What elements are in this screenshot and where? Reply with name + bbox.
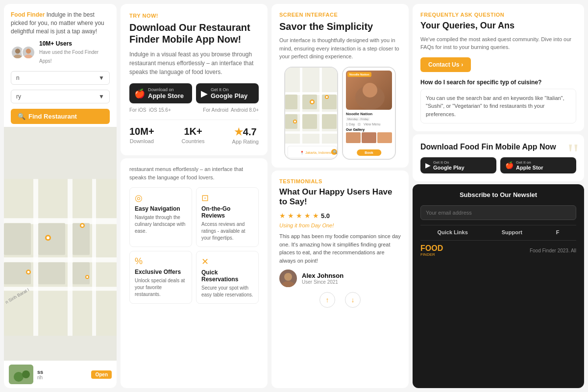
testimonial-nav: ↑ ↓ <box>279 292 401 308</box>
store-buttons: 🍎 Download on Apple Store ▶ Get It On Go… <box>129 83 259 103</box>
email-input[interactable] <box>420 205 576 220</box>
logo-text: FOOD <box>420 245 443 252</box>
faq-title: Your Queries, Our Ans <box>420 21 576 31</box>
svg-point-46 <box>294 121 296 122</box>
faq-question: How do I search for specific typ of cuis… <box>420 79 576 86</box>
screen-title: Savor the Simplicity <box>279 21 401 32</box>
faq-answer: You can use the search bar and en keywor… <box>420 89 576 124</box>
phone-mockup-map: 📍 Jakarta, Indonesia 🔍 <box>284 67 338 160</box>
download-title: Download Our Restaurant Finder Mobile Ap… <box>129 22 259 45</box>
google-play-button-bottom[interactable]: ▶ Get It On Google Play <box>420 157 496 173</box>
users-label: Have used the Food Finder Apps! <box>39 49 98 64</box>
stat-download: 10M+ Download <box>129 126 154 145</box>
map-card: ss rih Open <box>4 361 117 388</box>
faq-card: FREQUENTLY ASK QUESTION Your Queries, Ou… <box>413 4 584 131</box>
svg-point-44 <box>326 96 328 98</box>
next-testimonial-button[interactable]: ↓ <box>345 292 361 308</box>
star-icon: ★ <box>304 212 311 220</box>
faq-tag: FREQUENTLY ASK QUESTION <box>420 12 576 18</box>
svg-rect-37 <box>302 114 317 129</box>
svg-rect-31 <box>285 112 338 114</box>
svg-rect-36 <box>322 95 337 109</box>
footer-links: Quick Links Support F <box>420 225 576 235</box>
footer-link-other[interactable]: F <box>556 229 560 235</box>
feature-easy-navigation: ◎ Easy Navigation Navigate through the c… <box>129 187 192 247</box>
stats-row: 10M+ Download 1K+ Countries ★4.7 App Rat… <box>129 120 259 148</box>
stat-countries: 1K+ Countries <box>182 126 205 145</box>
third-panel: SCREEN INTERFACE Savor the Simplicity Ou… <box>271 4 409 388</box>
prev-testimonial-button[interactable]: ↑ <box>319 292 335 308</box>
chevron-down-icon: ▼ <box>98 93 104 100</box>
open-badge: Open <box>91 370 112 379</box>
screen-tag: SCREEN INTERFACE <box>279 12 401 18</box>
svg-point-0 <box>15 49 20 54</box>
footer-link-quick-links[interactable]: Quick Links <box>437 229 467 235</box>
download-bottom-buttons: ▶ Get It On Google Play 🍎 Get It on Appl… <box>420 157 576 173</box>
category-filter[interactable]: ry ▼ <box>11 90 110 103</box>
faq-desc: We've compiled the most asked quest comm… <box>420 35 576 51</box>
svg-point-53 <box>363 83 377 98</box>
try-now-tag: TRY NOW! <box>129 13 259 19</box>
rating-stars: ★ ★ ★ ★ ★ 5.0 <box>279 212 401 220</box>
email-input-row <box>420 205 576 220</box>
apple-store-button-bottom[interactable]: 🍎 Get It on Apple Stor <box>500 157 576 173</box>
svg-rect-39 <box>285 95 297 109</box>
users-row: 10M+ Users Have used the Food Finder App… <box>11 40 110 65</box>
feature-reservations: ✕ Quick Reservations Secure your spot wi… <box>196 251 259 304</box>
reviewer-row: Alex Johnson User Since 2021 <box>279 270 401 287</box>
search-icon: 🔍 <box>18 113 25 120</box>
brand-tagline: Food Finder Indulge in the best picked f… <box>11 11 110 35</box>
left-top: Food Finder Indulge in the best picked f… <box>4 4 117 69</box>
screen-interface-card: SCREEN INTERFACE Savor the Simplicity Ou… <box>271 4 409 168</box>
testimonials-title: What Our Happy Users Have to Say! <box>279 187 401 207</box>
svg-point-25 <box>86 276 88 278</box>
map-area: n Sirih Barat I ss rih Open <box>4 127 117 388</box>
reviewer-avatar <box>279 270 297 287</box>
svg-point-2 <box>26 49 31 54</box>
play-icon: ▶ <box>425 161 431 169</box>
star-icon: ★ <box>288 212 294 220</box>
screen-desc: Our interface is thoughtfully designed w… <box>279 36 401 61</box>
left-panel: Food Finder Indulge in the best picked f… <box>4 4 117 388</box>
store-meta: For iOS iOS 15.6+ For Android Android 8.… <box>129 107 259 113</box>
navigation-icon: ◎ <box>135 193 187 203</box>
contact-us-button[interactable]: Contact Us › <box>420 57 471 72</box>
star-icon: ★ <box>234 126 243 137</box>
apple-icon: 🍎 <box>134 88 145 99</box>
apple-store-button[interactable]: 🍎 Download on Apple Store <box>129 83 192 103</box>
svg-rect-11 <box>38 223 65 255</box>
svg-point-54 <box>284 273 292 281</box>
testimonials-card: TESTIMONIALS What Our Happy Users Have t… <box>271 171 409 389</box>
fourth-panel: FREQUENTLY ASK QUESTION Your Queries, Ou… <box>413 4 584 388</box>
footer-copyright: Food Finder 2023. All <box>530 248 576 253</box>
restaurant-info: ss rih <box>37 369 87 380</box>
restaurant-thumbnail <box>9 365 33 384</box>
testimonials-tag: TESTIMONIALS <box>279 178 401 184</box>
decorative-quotes: " <box>567 139 580 169</box>
chevron-right-icon: › <box>461 61 463 68</box>
users-count: 10M+ Users <box>39 40 110 47</box>
play-icon: ▶ <box>201 88 208 99</box>
svg-point-3 <box>24 55 32 59</box>
star-icon: ★ <box>279 212 286 220</box>
footer-link-support[interactable]: Support <box>502 229 522 235</box>
svg-text:🔍: 🔍 <box>333 149 338 154</box>
svg-point-42 <box>311 100 314 103</box>
svg-rect-38 <box>322 114 337 129</box>
apple-icon: 🍎 <box>505 161 514 169</box>
star-icon: ★ <box>313 212 319 220</box>
svg-point-21 <box>81 224 84 227</box>
star-icon: ★ <box>296 212 302 220</box>
chevron-down-icon: ▼ <box>98 74 104 81</box>
svg-point-27 <box>14 372 24 382</box>
svg-rect-15 <box>4 223 31 255</box>
newsletter-title: Subscribe to Our Newslet <box>420 191 576 198</box>
svg-point-55 <box>282 281 294 287</box>
phone-mockup-detail: Noodle Nation Noodle Nation Monday - Fri… <box>342 67 396 160</box>
find-restaurant-button[interactable]: 🔍 Find Restaurant <box>11 109 110 124</box>
google-play-button[interactable]: ▶ Get It On Google Play <box>196 83 259 103</box>
footer-logo: FOOD FINDER <box>420 245 443 257</box>
location-filter[interactable]: n ▼ <box>11 71 110 85</box>
logo-sub: FINDER <box>420 252 435 257</box>
features-card: restaurant menus effortlessly – an inter… <box>121 158 268 388</box>
